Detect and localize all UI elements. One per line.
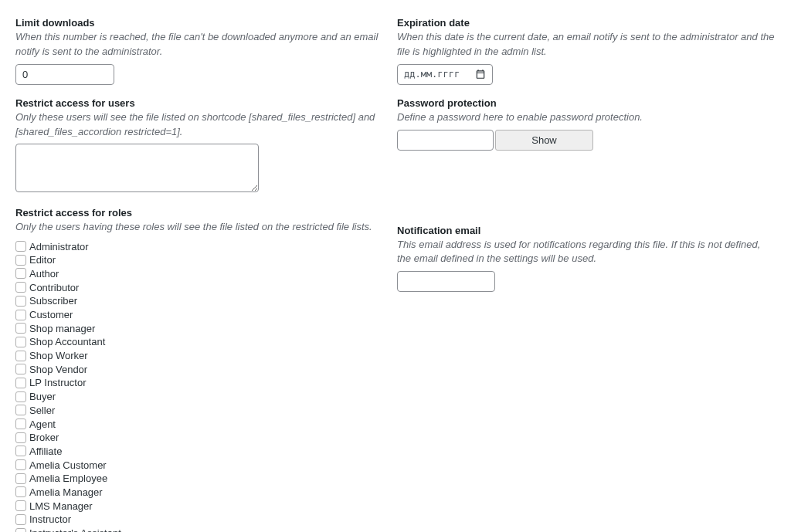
- left-column: Limit downloads When this number is reac…: [15, 17, 394, 532]
- password-input[interactable]: [397, 130, 494, 151]
- role-checkbox[interactable]: [15, 418, 26, 429]
- role-item: Shop Vendor: [15, 362, 394, 376]
- role-checkbox[interactable]: [15, 528, 26, 533]
- role-label: Broker: [29, 432, 59, 443]
- role-item: Buyer: [15, 390, 394, 404]
- role-label: Instructor's Assistant: [29, 527, 121, 532]
- expiration-date-placeholder: дд.мм.гггг: [404, 69, 460, 80]
- role-item: Amelia Manager: [15, 486, 394, 500]
- role-checkbox[interactable]: [15, 255, 26, 266]
- role-label: Amelia Manager: [29, 486, 103, 498]
- role-checkbox[interactable]: [15, 446, 26, 456]
- restrict-roles-group: Restrict access for roles Only the users…: [15, 207, 394, 532]
- role-label: Affiliate: [29, 446, 62, 457]
- role-label: Subscriber: [29, 295, 77, 307]
- limit-downloads-label: Limit downloads: [15, 17, 394, 29]
- role-item: Shop Worker: [15, 349, 394, 363]
- role-item: Shop Accountant: [15, 335, 394, 349]
- notification-label: Notification email: [397, 225, 776, 236]
- expiration-desc: When this date is the current date, an e…: [397, 30, 776, 59]
- role-label: Instructor: [29, 513, 71, 525]
- restrict-users-desc: Only these users will see the file liste…: [15, 110, 394, 140]
- role-checkbox[interactable]: [15, 268, 26, 279]
- role-item: Shop manager: [15, 321, 394, 335]
- role-item: LMS Manager: [15, 499, 394, 513]
- role-checkbox[interactable]: [15, 364, 26, 374]
- role-item: LP Instructor: [15, 376, 394, 390]
- role-item: Administrator: [15, 239, 394, 253]
- role-checkbox[interactable]: [15, 241, 26, 252]
- roles-list: AdministratorEditorAuthorContributorSubs…: [15, 239, 394, 532]
- show-password-button[interactable]: Show: [495, 130, 593, 151]
- role-checkbox[interactable]: [15, 432, 26, 443]
- role-label: Customer: [29, 309, 73, 320]
- role-item: Instructor: [15, 513, 394, 527]
- role-label: Agent: [29, 418, 56, 430]
- role-item: Seller: [15, 403, 394, 417]
- role-checkbox[interactable]: [15, 310, 26, 320]
- role-item: Editor: [15, 253, 394, 267]
- role-label: Amelia Employee: [29, 473, 107, 484]
- role-item: Agent: [15, 417, 394, 431]
- role-checkbox[interactable]: [15, 337, 26, 347]
- password-label: Password protection: [397, 97, 776, 109]
- restrict-roles-label: Restrict access for roles: [15, 207, 394, 219]
- calendar-icon: [475, 69, 486, 80]
- role-item: Broker: [15, 431, 394, 445]
- role-label: Contributor: [29, 282, 79, 293]
- role-label: Administrator: [29, 241, 89, 252]
- role-label: Author: [29, 268, 59, 280]
- role-item: Amelia Customer: [15, 458, 394, 472]
- limit-downloads-group: Limit downloads When this number is reac…: [15, 17, 394, 85]
- restrict-users-group: Restrict access for users Only these use…: [15, 97, 394, 195]
- role-label: Seller: [29, 405, 55, 416]
- password-desc: Define a password here to enable passwor…: [397, 110, 776, 125]
- notification-email-input[interactable]: [397, 271, 495, 292]
- role-checkbox[interactable]: [15, 391, 26, 402]
- notification-group: Notification email This email address is…: [397, 225, 776, 293]
- restrict-users-input[interactable]: [15, 144, 259, 192]
- role-label: Shop Accountant: [29, 336, 105, 347]
- role-checkbox[interactable]: [15, 500, 26, 511]
- role-item: Subscriber: [15, 294, 394, 308]
- role-label: LMS Manager: [29, 500, 93, 512]
- role-checkbox[interactable]: [15, 486, 26, 497]
- settings-columns: Limit downloads When this number is reac…: [15, 17, 776, 532]
- role-item: Amelia Employee: [15, 472, 394, 486]
- role-checkbox[interactable]: [15, 378, 26, 388]
- role-label: Shop Vendor: [29, 364, 87, 375]
- role-checkbox[interactable]: [15, 473, 26, 484]
- role-label: Shop manager: [29, 323, 95, 334]
- role-label: Buyer: [29, 391, 56, 402]
- role-label: LP Instructor: [29, 377, 86, 388]
- role-checkbox[interactable]: [15, 514, 26, 525]
- limit-downloads-input[interactable]: [15, 64, 114, 85]
- role-label: Amelia Customer: [29, 459, 107, 471]
- expiration-label: Expiration date: [397, 17, 776, 29]
- spacer: [397, 163, 776, 225]
- expiration-date-input[interactable]: дд.мм.гггг: [397, 64, 493, 85]
- role-checkbox[interactable]: [15, 282, 26, 293]
- notification-desc: This email address is used for notificat…: [397, 238, 776, 267]
- restrict-users-label: Restrict access for users: [15, 97, 394, 109]
- role-item: Contributor: [15, 280, 394, 294]
- role-checkbox[interactable]: [15, 459, 26, 470]
- role-item: Author: [15, 267, 394, 281]
- role-item: Customer: [15, 308, 394, 322]
- role-checkbox[interactable]: [15, 351, 26, 361]
- role-label: Editor: [29, 254, 56, 266]
- right-column: Expiration date When this date is the cu…: [397, 17, 776, 532]
- expiration-group: Expiration date When this date is the cu…: [397, 17, 776, 85]
- role-checkbox[interactable]: [15, 405, 26, 415]
- restrict-roles-desc: Only the users having these roles will s…: [15, 220, 394, 235]
- password-group: Password protection Define a password he…: [397, 97, 776, 151]
- role-label: Shop Worker: [29, 350, 88, 361]
- role-item: Instructor's Assistant: [15, 527, 394, 532]
- limit-downloads-desc: When this number is reached, the file ca…: [15, 30, 394, 59]
- role-checkbox[interactable]: [15, 296, 26, 307]
- role-checkbox[interactable]: [15, 323, 26, 334]
- role-item: Affiliate: [15, 445, 394, 459]
